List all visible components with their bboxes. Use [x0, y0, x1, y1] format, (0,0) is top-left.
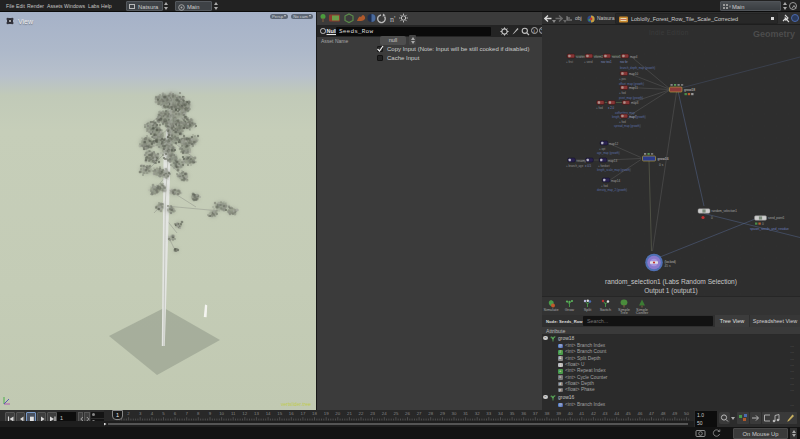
- svg-text:45 s: 45 s: [665, 264, 671, 268]
- svg-text:+ fwd: + fwd: [601, 184, 608, 188]
- svg-text:+ first: + first: [566, 60, 573, 64]
- svg-text:map13: map13: [608, 159, 618, 163]
- svg-text:age_map (growth): age_map (growth): [597, 151, 620, 155]
- svg-text:x 0.5: x 0.5: [585, 164, 592, 168]
- svg-text:map11: map11: [629, 86, 638, 90]
- svg-text:pivot_map (growth): pivot_map (growth): [619, 96, 643, 100]
- svg-text:map14: map14: [611, 179, 621, 183]
- svg-text:nov tex1: nov tex1: [601, 60, 612, 64]
- svg-text:offset_map (growth): offset_map (growth): [619, 82, 644, 86]
- svg-text:0: 0: [711, 216, 713, 220]
- svg-text:map7: map7: [629, 115, 637, 119]
- svg-text:+ fwd: + fwd: [619, 91, 626, 95]
- svg-text:+ seed: + seed: [584, 60, 593, 64]
- svg-text:noise1: noise1: [612, 55, 621, 59]
- svg-text:map4: map4: [630, 55, 638, 59]
- svg-text:density_map_2 (growth): density_map_2 (growth): [597, 188, 627, 192]
- svg-text:0 s: 0 s: [659, 163, 664, 167]
- svg-text:branch_depth_map (growth): branch_depth_map (growth): [620, 66, 655, 70]
- svg-text:grow16: grow16: [658, 157, 669, 161]
- svg-text:random_selection1: random_selection1: [712, 209, 738, 213]
- svg-text:spread_map (growth): spread_map (growth): [614, 124, 641, 128]
- svg-text:0: 0: [762, 222, 764, 226]
- svg-text:nov br: nov br: [620, 60, 628, 64]
- svg-text:xform2: xform2: [594, 55, 604, 59]
- svg-text:grow18: grow18: [684, 88, 695, 92]
- svg-text:+ branch_age: + branch_age: [566, 164, 584, 168]
- svg-text:n': n': [390, 15, 396, 24]
- svg-text:map8: map8: [631, 101, 639, 105]
- svg-text:seed_point1: seed_point1: [768, 216, 785, 220]
- svg-text:+ fwrdset: + fwrdset: [598, 164, 610, 168]
- svg-text:length_scale_map (growth): length_scale_map (growth): [597, 168, 631, 172]
- svg-text:+ pos: + pos: [619, 77, 627, 81]
- svg-text:+ fwd: + fwd: [619, 120, 626, 124]
- svg-text:x 2.0: x 2.0: [608, 106, 615, 110]
- svg-text:map12: map12: [609, 142, 619, 146]
- svg-text:map10: map10: [629, 72, 639, 76]
- svg-text:+ fwd: + fwd: [596, 106, 603, 110]
- svg-text:+ opt: + opt: [599, 147, 606, 151]
- svg-text:spawn_seeds_and_residue: spawn_seeds_and_residue: [750, 227, 789, 231]
